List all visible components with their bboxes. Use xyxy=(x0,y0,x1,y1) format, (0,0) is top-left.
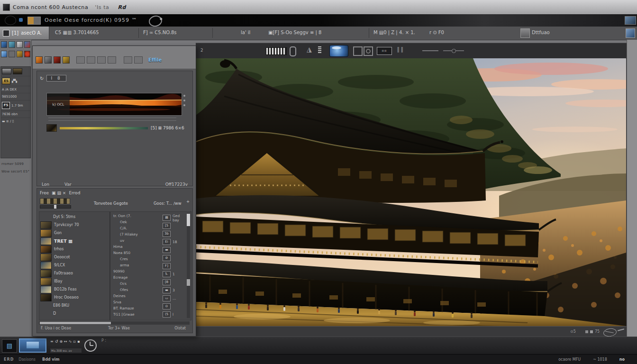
start-button[interactable]: ▤ xyxy=(2,339,17,353)
thumbnail[interactable] xyxy=(40,237,52,245)
list-item[interactable]: D xyxy=(40,309,107,318)
list-meta-item[interactable]: (7 Hilakey xyxy=(113,232,160,238)
globe-sketch-icon[interactable] xyxy=(603,328,617,337)
thumbnail[interactable] xyxy=(40,278,52,285)
e5-chip[interactable]: E5 xyxy=(2,78,10,84)
brand-chip-icon[interactable] xyxy=(27,17,41,25)
panel-button[interactable] xyxy=(108,56,116,64)
thumbnail[interactable] xyxy=(40,294,52,301)
toolbar-seg-6[interactable]: r ⊙ F0 xyxy=(429,30,444,35)
list-item-icon[interactable]: [5 xyxy=(163,223,171,229)
list-item[interactable]: 9/LCX xyxy=(40,261,107,269)
list-item[interactable]: Gon xyxy=(40,229,107,237)
list-item[interactable]: IBay xyxy=(40,277,107,285)
list-meta-item[interactable]: Cres xyxy=(113,257,160,263)
lon-label[interactable]: Lon xyxy=(42,182,49,187)
list-item-icon[interactable]: [B xyxy=(163,279,171,285)
gold-chip-icon[interactable] xyxy=(63,56,70,64)
list-icon-item[interactable]: ⊙ xyxy=(163,302,186,310)
canvas-corner-label[interactable]: ⊙5 xyxy=(570,329,576,334)
square-icon[interactable] xyxy=(590,330,593,333)
list-icon-item[interactable]: [5 xyxy=(163,222,186,230)
footer-right[interactable]: Oistat xyxy=(174,326,186,330)
thumbnail[interactable] xyxy=(40,254,52,261)
list-item[interactable]: Tprvkcoyr 70 xyxy=(40,221,107,229)
frame-lens-icon[interactable] xyxy=(364,46,373,56)
list-meta-item[interactable]: 90990 xyxy=(113,269,160,275)
list-item-icon[interactable]: ⊙ xyxy=(163,303,171,309)
preview-mode-box[interactable]: I 8 xyxy=(46,75,66,82)
panel-button[interactable] xyxy=(87,56,95,64)
list-item-icon[interactable]: F] xyxy=(163,263,171,269)
panel-button[interactable] xyxy=(124,56,132,64)
tool-box-icon[interactable] xyxy=(3,30,9,36)
list-icon-item[interactable]: 5.1 xyxy=(163,270,186,278)
list-icon-item[interactable]: (5l xyxy=(163,310,186,318)
thumbnail[interactable] xyxy=(40,221,52,229)
list-meta-item[interactable]: C/A. xyxy=(113,226,160,232)
taskbar-mini-icon[interactable]: ▪ xyxy=(77,339,81,344)
list-item-icon[interactable]: 5. xyxy=(163,271,171,277)
photo-thumb-button[interactable] xyxy=(625,16,636,25)
thumbnail[interactable] xyxy=(40,262,52,269)
red-chip-icon[interactable] xyxy=(54,56,61,64)
obn-row[interactable]: 7636 obn xyxy=(1,111,30,118)
square-icon[interactable] xyxy=(585,330,588,333)
toolbar-seg-7[interactable]: Dttfuao xyxy=(532,30,550,35)
tone-curve-strip[interactable]: [5] ⊠ 7986 6×6 xyxy=(46,124,184,132)
dex-row[interactable]: A ∕A DEX xyxy=(1,86,30,93)
list-meta-item[interactable]: Oek xyxy=(113,220,160,226)
list-meta-item[interactable]: Ofes xyxy=(113,288,160,294)
taskbar-mini-icon[interactable]: ≡ xyxy=(50,339,55,344)
toolbar-left-chip[interactable]: [1] xyxy=(12,30,18,36)
list-item[interactable]: Oeoocot xyxy=(40,253,107,261)
gray-tool-icon[interactable] xyxy=(17,41,23,48)
list-icon-item[interactable]: [B xyxy=(163,278,186,286)
list-meta-item[interactable]: uv xyxy=(113,238,160,245)
slider-thumb[interactable] xyxy=(54,205,56,209)
pattern-tool-icon[interactable] xyxy=(9,51,15,57)
horizontal-scrollbar[interactable] xyxy=(39,321,190,325)
toolbar-seg-5[interactable]: M ▤0 | Z | 4. × 1. xyxy=(373,30,415,35)
flame-icon[interactable] xyxy=(36,56,43,64)
list-item-icon[interactable]: ▤ xyxy=(163,215,171,221)
taskbar-mini-icon[interactable]: ↔ xyxy=(64,339,69,344)
photo-tool-icon[interactable] xyxy=(1,41,7,48)
taskbar-mini-icon[interactable]: ▫ xyxy=(73,339,77,344)
canvas-tab-number[interactable]: 2 xyxy=(200,48,203,53)
list-meta-item[interactable]: Noea 850 xyxy=(113,251,160,257)
panel-button[interactable] xyxy=(97,56,106,64)
vertical-scrollbar[interactable] xyxy=(187,213,190,318)
var-label[interactable]: Var xyxy=(64,182,72,187)
list-item[interactable]: Hroc Ooeaeo xyxy=(40,293,107,301)
feather-tool-icon[interactable] xyxy=(1,51,7,57)
scrollbar-thumb[interactable] xyxy=(40,322,111,324)
slider-mark[interactable] xyxy=(422,50,438,51)
thumbnail[interactable] xyxy=(2,68,11,74)
list-meta-item[interactable]: Srva xyxy=(113,300,160,306)
list-icon-item[interactable]: Ei18 xyxy=(163,238,186,246)
taskbar-mini-icon[interactable]: ∿ xyxy=(69,339,73,344)
filmstrip-thumb[interactable] xyxy=(40,198,70,204)
clock-icon[interactable] xyxy=(84,339,97,352)
taskbar-app-tile[interactable] xyxy=(19,338,46,353)
striped-badge-icon[interactable] xyxy=(266,47,287,55)
bird-tool-icon[interactable] xyxy=(24,41,30,48)
thumb-row[interactable] xyxy=(1,67,30,76)
list-meta-item[interactable]: Ecreage xyxy=(113,275,160,282)
strip-scroll-dots[interactable] xyxy=(183,95,186,114)
photo-canvas[interactable] xyxy=(196,58,626,326)
list-icon-item[interactable]: ▭… xyxy=(163,294,186,302)
thumbnail[interactable] xyxy=(40,229,52,237)
zoom-slider[interactable] xyxy=(40,205,71,209)
list-icon-item[interactable]: ▬3 xyxy=(163,286,186,294)
list-item[interactable]: TRET ▦ xyxy=(40,237,107,245)
thumbnail[interactable] xyxy=(40,270,52,277)
list-item[interactable]: Fa0traaeo xyxy=(40,269,107,277)
f5-row[interactable]: F5 1.7 9m xyxy=(1,100,30,111)
effile-label[interactable]: Effile xyxy=(148,57,162,63)
refresh-icon[interactable]: ↻ xyxy=(40,76,44,81)
panel-button[interactable] xyxy=(76,56,85,64)
toolbar-photo-chip[interactable] xyxy=(626,28,635,38)
globe-thumbnail[interactable] xyxy=(329,45,348,57)
